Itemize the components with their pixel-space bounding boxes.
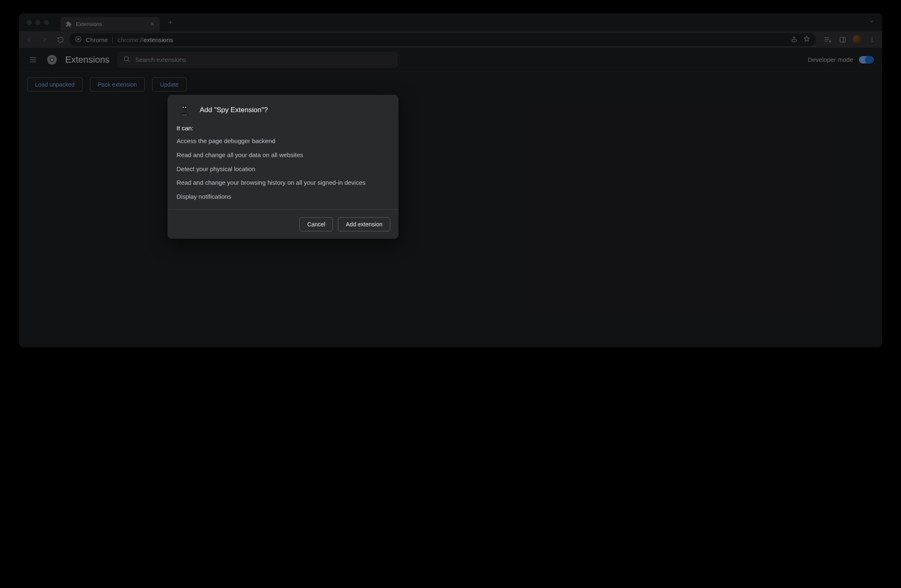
permission-item: Display notifications xyxy=(177,192,389,201)
svg-point-1 xyxy=(77,38,79,40)
toolbar: Chrome | chrome://extensions xyxy=(19,31,882,48)
permission-item: Read and change your browsing history on… xyxy=(177,178,389,187)
cancel-button[interactable]: Cancel xyxy=(300,217,333,231)
developer-mode-label: Developer mode xyxy=(808,56,853,63)
new-tab-button[interactable] xyxy=(165,16,176,28)
browser-tab[interactable]: Extensions ✕ xyxy=(61,17,160,31)
dialog-body: It can: Access the page debugger backend… xyxy=(167,122,399,209)
tab-title: Extensions xyxy=(76,21,102,27)
svg-point-13 xyxy=(185,107,186,108)
search-container[interactable] xyxy=(117,52,398,68)
content-area xyxy=(19,97,882,347)
profile-avatar[interactable] xyxy=(851,33,864,46)
svg-point-12 xyxy=(183,107,184,108)
chrome-logo-icon xyxy=(46,54,58,66)
tab-overflow-button[interactable] xyxy=(869,19,875,26)
playlist-icon[interactable] xyxy=(821,33,834,46)
share-icon[interactable] xyxy=(791,36,797,44)
site-info-icon[interactable] xyxy=(75,36,82,44)
tab-strip: Extensions ✕ xyxy=(19,13,882,31)
dialog-header: Add "Spy Extension"? xyxy=(167,95,399,122)
capabilities-label: It can: xyxy=(177,125,389,132)
omnibox-separator: | xyxy=(112,36,113,43)
dialog-title: Add "Spy Extension"? xyxy=(200,106,268,114)
bookmark-icon[interactable] xyxy=(803,35,810,44)
install-dialog: Add "Spy Extension"? It can: Access the … xyxy=(167,95,399,239)
svg-rect-15 xyxy=(182,115,187,116)
svg-point-6 xyxy=(872,41,873,42)
hamburger-menu-icon[interactable] xyxy=(27,54,39,66)
dialog-footer: Cancel Add extension xyxy=(167,209,399,239)
reload-button[interactable] xyxy=(54,33,67,46)
window-close-button[interactable] xyxy=(26,20,32,25)
kebab-menu-icon[interactable] xyxy=(866,33,879,46)
omnibox[interactable]: Chrome | chrome://extensions xyxy=(69,33,816,46)
side-panel-icon[interactable] xyxy=(836,33,849,46)
search-icon xyxy=(123,55,130,64)
close-tab-button[interactable]: ✕ xyxy=(150,21,155,27)
window-minimize-button[interactable] xyxy=(35,20,40,25)
developer-mode-toggle[interactable] xyxy=(859,56,874,64)
add-extension-button[interactable]: Add extension xyxy=(338,217,390,231)
traffic-lights xyxy=(26,20,49,25)
forward-button[interactable] xyxy=(38,33,51,46)
extension-icon xyxy=(177,102,192,118)
app-bar: Extensions Developer mode xyxy=(19,48,882,72)
back-button[interactable] xyxy=(22,33,35,46)
window-maximize-button[interactable] xyxy=(44,20,49,25)
omnibox-product: Chrome xyxy=(86,36,108,43)
permission-item: Access the page debugger backend xyxy=(177,136,389,146)
svg-point-5 xyxy=(872,39,873,40)
load-unpacked-button[interactable]: Load unpacked xyxy=(27,78,83,92)
svg-rect-3 xyxy=(840,37,845,42)
update-button[interactable]: Update xyxy=(152,78,186,92)
permission-list: Access the page debugger backend Read an… xyxy=(177,136,389,201)
omnibox-url: chrome://extensions xyxy=(118,36,173,43)
search-input[interactable] xyxy=(135,56,392,63)
svg-point-9 xyxy=(51,58,54,61)
developer-mode-section: Developer mode xyxy=(808,56,874,64)
pack-extension-button[interactable]: Pack extension xyxy=(90,78,145,92)
svg-point-11 xyxy=(182,105,187,110)
page-title: Extensions xyxy=(65,54,110,65)
actions-row: Load unpacked Pack extension Update xyxy=(19,72,882,97)
browser-window: Extensions ✕ Chrome | chrome://extensio xyxy=(19,13,882,347)
permission-item: Detect your physical location xyxy=(177,165,389,174)
svg-point-4 xyxy=(872,37,873,38)
permission-item: Read and change all your data on all web… xyxy=(177,151,389,160)
svg-point-10 xyxy=(124,56,129,61)
puzzle-icon xyxy=(66,21,72,27)
